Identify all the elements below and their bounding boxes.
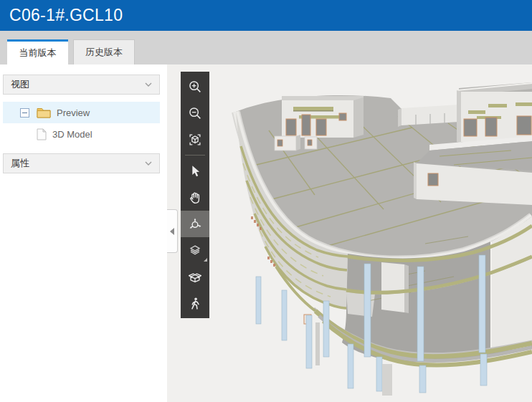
window-titlebar: C06-1#.GCL10: [0, 0, 532, 31]
section-header-properties[interactable]: 属性: [3, 153, 160, 173]
zoom-out-button[interactable]: [181, 100, 209, 126]
section-properties-label: 属性: [11, 157, 29, 170]
pan-button[interactable]: [181, 184, 209, 211]
tree-item-preview[interactable]: Preview: [3, 102, 160, 123]
select-button[interactable]: [181, 158, 209, 184]
cursor-arrow-icon: [187, 163, 203, 179]
section-header-view[interactable]: 视图: [3, 75, 160, 95]
orbit-rotate-icon: [187, 216, 203, 232]
open-box-icon: [187, 269, 203, 285]
page-title: C06-1#.GCL10: [0, 0, 532, 31]
zoom-out-icon: [187, 105, 203, 121]
collapse-minus-icon[interactable]: [20, 108, 29, 118]
document-icon: [37, 128, 47, 140]
tree-item-3d-model[interactable]: 3D Model: [3, 123, 160, 145]
walk-person-icon: [187, 296, 203, 312]
section-box-button[interactable]: [181, 264, 209, 290]
tab-current-version[interactable]: 当前版本: [7, 39, 68, 64]
viewer-toolbar: [181, 72, 209, 318]
zoom-in-button[interactable]: [181, 73, 209, 100]
left-panel: 视图 Preview: [0, 64, 167, 402]
tree-item-label: 3D Model: [52, 129, 92, 140]
fit-view-icon: [187, 132, 203, 148]
isometric-layers-icon: [187, 243, 203, 259]
toolbar-divider: [185, 155, 205, 155]
tab-history-version[interactable]: 历史版本: [73, 39, 135, 64]
folder-icon: [37, 107, 51, 118]
building-3d-model: [167, 64, 532, 402]
zoom-fit-button[interactable]: [181, 126, 209, 153]
chevron-down-icon: [145, 161, 152, 166]
orbit-button[interactable]: [181, 211, 209, 237]
collapse-left-icon: [170, 228, 174, 235]
walk-button[interactable]: [181, 290, 209, 317]
bim-viewer-window: { "header": { "title": "C06-1#.GCL10" },…: [0, 0, 532, 402]
tree-item-label: Preview: [57, 107, 90, 118]
viewpoint-button[interactable]: [181, 237, 209, 264]
zoom-in-icon: [187, 79, 203, 95]
version-tabbar: 当前版本 历史版本: [0, 31, 532, 64]
chevron-down-icon: [145, 82, 152, 87]
section-view-label: 视图: [11, 78, 29, 91]
dropdown-corner-icon: [204, 258, 207, 262]
hand-pan-icon: [187, 190, 203, 206]
model-viewport[interactable]: [167, 64, 532, 402]
panel-collapse-handle[interactable]: [167, 209, 178, 253]
main-area: 视图 Preview: [0, 64, 532, 402]
